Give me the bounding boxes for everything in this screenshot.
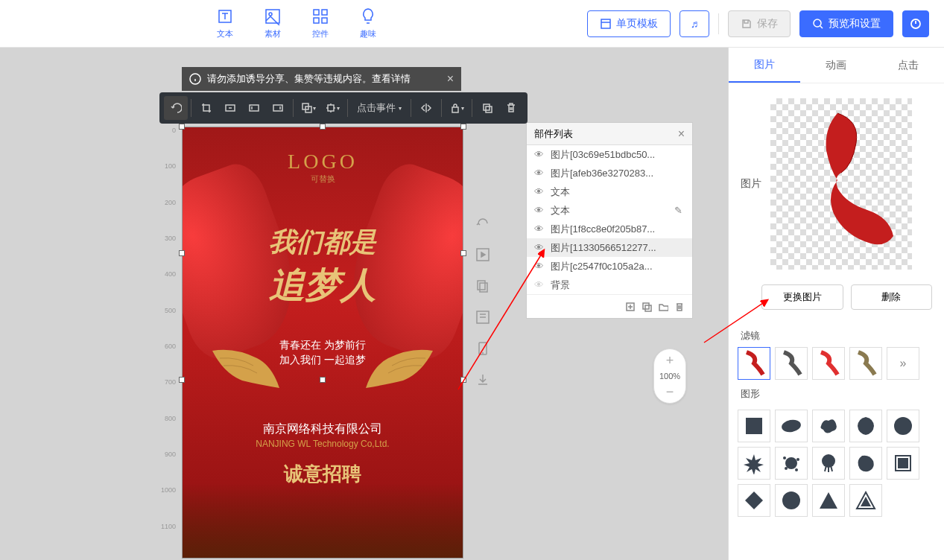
- filter-sepia[interactable]: [849, 347, 882, 380]
- visibility-icon[interactable]: 👁: [534, 149, 545, 160]
- right-panel: 图片 动画 点击 图片 更换图片 删除 滤镜 » 图形: [728, 48, 944, 560]
- canvas-company-cn[interactable]: 南京网络科技有限公司: [183, 421, 463, 437]
- visibility-icon[interactable]: 👁: [534, 223, 545, 235]
- fit-left-button[interactable]: [242, 96, 266, 120]
- popup-header[interactable]: 部件列表 ×: [527, 123, 692, 145]
- ruler-tick: 100: [149, 162, 179, 198]
- handle-n[interactable]: [320, 124, 326, 130]
- list-item[interactable]: 👁背景: [527, 276, 692, 294]
- list-item[interactable]: 👁文本: [527, 182, 692, 201]
- tool-fun[interactable]: 趣味: [359, 7, 377, 39]
- handle-se[interactable]: [460, 377, 466, 383]
- tab-animation[interactable]: 动画: [800, 48, 872, 83]
- tab-image[interactable]: 图片: [729, 48, 800, 83]
- handle-nw[interactable]: [179, 124, 185, 130]
- copy-page-button[interactable]: [475, 279, 490, 293]
- shape-blob2[interactable]: [849, 447, 882, 480]
- shape-drip[interactable]: [812, 447, 845, 480]
- shape-brush1[interactable]: [775, 410, 808, 442]
- item-name: 图片[c2547f0c105a2a...: [551, 260, 685, 273]
- shape-splat2[interactable]: [775, 447, 808, 480]
- filter-red[interactable]: [812, 347, 845, 380]
- shape-diamond[interactable]: [738, 484, 770, 517]
- edit-icon[interactable]: ✎: [674, 205, 685, 216]
- add-icon[interactable]: [625, 302, 636, 312]
- shape-circle[interactable]: [887, 410, 919, 442]
- delete-button[interactable]: [499, 96, 523, 120]
- zoom-in-button[interactable]: +: [666, 354, 674, 367]
- list-item[interactable]: 👁文本✎: [527, 201, 692, 220]
- canvas-runners[interactable]: [183, 483, 463, 558]
- power-button[interactable]: [902, 10, 929, 37]
- image-preview[interactable]: [770, 98, 912, 270]
- music-button[interactable]: ♬: [680, 10, 709, 37]
- undo-button[interactable]: [475, 216, 490, 231]
- fit-right-button[interactable]: [266, 96, 290, 120]
- click-event-dropdown[interactable]: 点击事件 ▾: [351, 101, 408, 115]
- svg-rect-26: [643, 303, 649, 309]
- canvas-company-en[interactable]: NANJING WL Technology Co,Ltd.: [183, 439, 463, 449]
- tool-material-label: 素材: [264, 28, 281, 39]
- handle-w[interactable]: [179, 250, 185, 256]
- zoom-out-button[interactable]: −: [666, 385, 674, 398]
- list-item-selected[interactable]: 👁图片[11330566512277...: [527, 238, 692, 257]
- list-item[interactable]: 👁图片[c2547f0c105a2a...: [527, 257, 692, 276]
- visibility-icon[interactable]: 👁: [534, 261, 545, 272]
- filter-gray[interactable]: [775, 347, 808, 380]
- play-button[interactable]: [475, 247, 490, 262]
- visibility-icon[interactable]: 👁: [534, 205, 545, 216]
- popup-close[interactable]: ×: [678, 127, 685, 141]
- template-list-button[interactable]: [475, 310, 490, 325]
- preview-button[interactable]: 预览和设置: [799, 10, 893, 37]
- shape-stamp[interactable]: [887, 447, 919, 480]
- shape-blob1[interactable]: [849, 410, 882, 442]
- trash-icon[interactable]: [674, 302, 685, 312]
- align-button[interactable]: ▾: [320, 96, 344, 120]
- shape-triangle2[interactable]: [849, 484, 882, 517]
- text-icon: [216, 7, 234, 25]
- visibility-icon[interactable]: 👁: [534, 168, 545, 179]
- handle-e[interactable]: [460, 250, 466, 256]
- fit-width-button[interactable]: [218, 96, 242, 120]
- component-list-popup: 部件列表 × 👁图片[03c69e51bdbc50... 👁图片[afeb36e…: [526, 122, 693, 319]
- filter-section-label: 滤镜: [729, 322, 944, 347]
- power-icon: [910, 18, 922, 30]
- delete-image-button[interactable]: 删除: [851, 284, 933, 310]
- download-button[interactable]: [475, 372, 490, 387]
- mobile-button[interactable]: [475, 341, 490, 356]
- shape-splat1[interactable]: [812, 410, 845, 442]
- list-item[interactable]: 👁图片[1f8cc8e0f205b87...: [527, 220, 692, 238]
- tool-widget[interactable]: 控件: [311, 7, 329, 39]
- layer-button[interactable]: ▾: [297, 96, 320, 120]
- template-button[interactable]: 单页模板: [587, 10, 671, 37]
- shape-square[interactable]: [738, 410, 770, 442]
- visibility-icon[interactable]: 👁: [534, 186, 545, 197]
- copy-button[interactable]: [475, 96, 499, 120]
- rotate-button[interactable]: [164, 96, 188, 120]
- filter-original[interactable]: [738, 347, 770, 380]
- handle-sw[interactable]: [179, 377, 185, 383]
- lock-button[interactable]: ▾: [445, 96, 469, 120]
- replace-image-button[interactable]: 更换图片: [761, 284, 843, 310]
- copy-icon[interactable]: [642, 302, 652, 312]
- ruler-tick: 200: [149, 199, 179, 235]
- bulb-icon: [359, 7, 377, 25]
- handle-s[interactable]: [320, 377, 326, 383]
- folder-icon[interactable]: [658, 302, 668, 312]
- visibility-icon[interactable]: 👁: [534, 242, 545, 253]
- handle-ne[interactable]: [460, 124, 466, 130]
- visibility-icon[interactable]: 👁: [534, 279, 545, 290]
- shape-circle2[interactable]: [775, 484, 808, 517]
- filter-more[interactable]: »: [887, 347, 919, 380]
- tool-material[interactable]: 素材: [264, 7, 282, 39]
- list-item[interactable]: 👁图片[03c69e51bdbc50...: [527, 145, 692, 164]
- tool-text[interactable]: 文本: [216, 7, 234, 39]
- list-item[interactable]: 👁图片[afeb36e3270283...: [527, 164, 692, 182]
- flip-h-button[interactable]: [414, 96, 438, 120]
- crop-button[interactable]: [194, 96, 218, 120]
- svg-point-37: [785, 467, 788, 470]
- warning-close[interactable]: ×: [447, 72, 454, 86]
- shape-triangle[interactable]: [812, 484, 845, 517]
- shape-burst[interactable]: [738, 447, 770, 480]
- tab-click[interactable]: 点击: [872, 48, 944, 83]
